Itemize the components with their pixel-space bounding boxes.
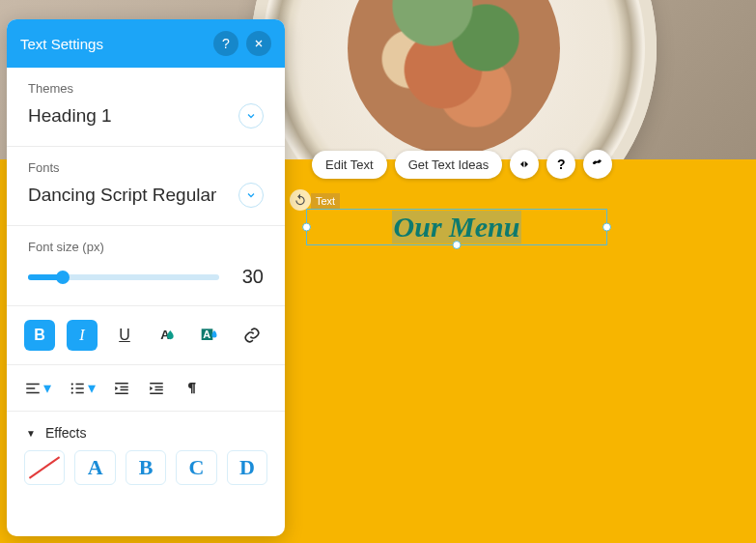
get-text-ideas-button[interactable]: Get Text Ideas bbox=[395, 151, 503, 179]
svg-point-5 bbox=[71, 391, 73, 393]
themes-label: Themes bbox=[28, 81, 264, 96]
resize-handle-left[interactable] bbox=[302, 223, 311, 232]
fontsize-label: Font size (px) bbox=[28, 240, 264, 254]
svg-point-4 bbox=[71, 386, 73, 388]
chevron-down-icon: ▾ bbox=[43, 379, 51, 397]
panel-help-button[interactable]: ? bbox=[213, 31, 238, 56]
svg-text:A: A bbox=[203, 329, 210, 340]
link-button[interactable] bbox=[237, 320, 267, 351]
floating-toolbar: Edit Text Get Text Ideas ? bbox=[312, 150, 612, 179]
chevron-down-icon: ▾ bbox=[88, 379, 96, 397]
svg-point-3 bbox=[71, 383, 73, 385]
fontsize-slider[interactable] bbox=[28, 274, 219, 280]
effect-none[interactable] bbox=[24, 450, 65, 485]
fontsize-value: 30 bbox=[235, 266, 264, 288]
slider-thumb[interactable] bbox=[56, 271, 70, 284]
effects-label: Effects bbox=[45, 425, 87, 441]
underline-button[interactable]: U bbox=[109, 320, 140, 351]
resize-handle-bottom[interactable] bbox=[453, 241, 462, 249]
effects-row: A B C D bbox=[7, 450, 285, 485]
paragraph-row: ▾ ▾ bbox=[7, 365, 285, 412]
text-direction-button[interactable] bbox=[182, 380, 200, 397]
selected-text-element[interactable]: Our Menu bbox=[306, 209, 607, 245]
highlight-button[interactable]: A bbox=[194, 320, 225, 351]
panel-title: Text Settings bbox=[20, 36, 103, 52]
effects-toggle[interactable]: ▼ Effects bbox=[7, 412, 285, 450]
themes-dropdown-button[interactable] bbox=[238, 103, 264, 129]
edit-text-button[interactable]: Edit Text bbox=[312, 151, 387, 179]
outdent-button[interactable] bbox=[113, 380, 130, 397]
themes-section: Themes Heading 1 bbox=[7, 68, 285, 147]
triangle-down-icon: ▼ bbox=[26, 428, 36, 439]
effect-a[interactable]: A bbox=[74, 450, 115, 485]
fonts-label: Fonts bbox=[28, 160, 264, 175]
align-button[interactable]: ▾ bbox=[24, 379, 51, 397]
animate-button[interactable] bbox=[510, 150, 539, 179]
effect-c[interactable]: C bbox=[176, 450, 216, 485]
undo-button[interactable] bbox=[290, 189, 311, 211]
effect-b[interactable]: B bbox=[126, 450, 166, 485]
text-content[interactable]: Our Menu bbox=[307, 210, 606, 244]
panel-header: Text Settings ? bbox=[7, 19, 285, 68]
text-settings-panel: Text Settings ? Themes Heading 1 Fonts D… bbox=[7, 19, 285, 536]
themes-value: Heading 1 bbox=[28, 105, 112, 127]
effect-d[interactable]: D bbox=[227, 450, 267, 485]
text-color-button[interactable]: A bbox=[152, 320, 182, 351]
fonts-section: Fonts Dancing Script Regular bbox=[7, 147, 285, 226]
more-button[interactable] bbox=[583, 150, 612, 179]
indent-button[interactable] bbox=[148, 380, 165, 397]
panel-close-button[interactable] bbox=[246, 31, 271, 56]
resize-handle-right[interactable] bbox=[602, 223, 611, 232]
food-graphic bbox=[348, 0, 560, 155]
element-type-label: Text bbox=[311, 193, 340, 209]
fonts-dropdown-button[interactable] bbox=[238, 183, 264, 208]
list-button[interactable]: ▾ bbox=[69, 379, 96, 397]
bold-button[interactable]: B bbox=[24, 320, 55, 351]
format-row: B I U A A bbox=[7, 306, 285, 365]
italic-button[interactable]: I bbox=[67, 320, 98, 351]
bowl-graphic bbox=[251, 0, 657, 159]
help-button[interactable]: ? bbox=[546, 150, 575, 179]
fonts-value: Dancing Script Regular bbox=[28, 185, 216, 206]
fontsize-section: Font size (px) 30 bbox=[7, 226, 285, 306]
